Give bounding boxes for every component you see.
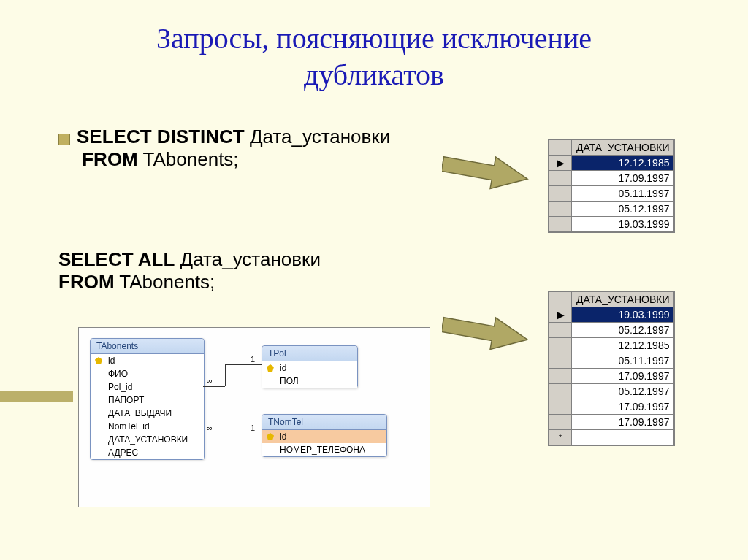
result-grid-distinct: ДАТА_УСТАНОВКИ ▶12.12.1985 17.09.1997 05… (548, 139, 675, 233)
field-id: id (262, 430, 386, 443)
title-line1: Запросы, поясняющие исключение (156, 22, 592, 55)
row-pointer-icon: ▶ (549, 156, 572, 171)
field: АДРЕС (91, 446, 204, 459)
sql-query-all: SELECT ALL Дата_установки FROM TAbonents… (58, 248, 321, 294)
field: ПОЛ (262, 375, 357, 388)
field: ПАПОРТ (91, 394, 204, 407)
field: ДАТА_ВЫДАЧИ (91, 407, 204, 420)
field-id: id (262, 361, 357, 375)
tbl-name-1: TAbonents; (138, 148, 239, 170)
svg-marker-1 (442, 314, 530, 350)
cell: 17.09.1997 (572, 171, 674, 186)
rel-line (203, 386, 225, 387)
field: ДАТА_УСТАНОВКИ (91, 433, 204, 446)
rowhead (549, 217, 572, 232)
field: НОМЕР_ТЕЛЕФОНА (262, 443, 386, 456)
table-box-tnomtel: TNomTel id НОМЕР_ТЕЛЕФОНА (262, 414, 387, 457)
svg-marker-0 (442, 153, 530, 190)
slide-title: Запросы, поясняющие исключение дубликато… (0, 0, 748, 93)
table-title: TPol (262, 346, 357, 361)
rowhead (549, 415, 572, 430)
kw-from-1: FROM (82, 148, 138, 170)
table-title: TAbonents (91, 339, 204, 354)
rowhead (549, 202, 572, 217)
arrow-icon (442, 153, 530, 190)
sql-query-distinct: SELECT DISTINCT Дата_установки FROM TAbo… (77, 126, 390, 171)
rowhead (549, 171, 572, 186)
decor-stripe (0, 391, 73, 402)
rowhead (549, 384, 572, 399)
cell: 19.03.1999 (572, 217, 674, 232)
relationship-diagram: TAbonents id ФИО Pol_id ПАПОРТ ДАТА_ВЫДА… (78, 327, 430, 507)
cell: 17.09.1997 (572, 399, 674, 415)
field: Pol_id (91, 380, 204, 394)
rel-line (225, 434, 262, 434)
rowhead (549, 399, 572, 415)
rel-line (203, 434, 225, 434)
cell: 12.12.1985 (572, 156, 674, 171)
rel-card-inf: ∞ (207, 376, 213, 385)
cell: 05.12.1997 (572, 384, 674, 399)
rowhead (549, 338, 572, 353)
arrow-icon (442, 314, 530, 350)
rowhead (549, 186, 572, 202)
cell: 05.11.1997 (572, 186, 674, 202)
rel-line (225, 364, 226, 386)
col-name-2: Дата_установки (175, 248, 321, 270)
rowhead (549, 369, 572, 384)
field: ФИО (91, 367, 204, 380)
field-id: id (91, 354, 204, 367)
title-line2: дубликатов (304, 58, 444, 91)
cell: 05.12.1997 (572, 202, 674, 217)
col-header: ДАТА_УСТАНОВКИ (572, 140, 674, 156)
table-box-tpol: TPol id ПОЛ (262, 345, 358, 388)
rowhead-corner (549, 292, 572, 307)
table-title: TNomTel (262, 415, 386, 430)
kw-select-distinct: SELECT DISTINCT (77, 126, 245, 147)
cell: 17.09.1997 (572, 415, 674, 430)
row-pointer-icon: ▶ (549, 307, 572, 323)
tbl-name-2: TAbonents; (115, 271, 215, 293)
bullet-icon (58, 134, 70, 145)
rowhead (549, 353, 572, 369)
new-row-icon: * (549, 430, 572, 445)
cell: 12.12.1985 (572, 338, 674, 353)
kw-select-all: SELECT ALL (58, 248, 175, 270)
cell: 19.03.1999 (572, 307, 674, 323)
rel-card-inf: ∞ (207, 423, 213, 432)
col-header: ДАТА_УСТАНОВКИ (572, 292, 674, 307)
field: NomTel_id (91, 420, 204, 433)
kw-from-2: FROM (58, 271, 115, 293)
rel-card-one: 1 (251, 355, 255, 364)
col-name-1: Дата_установки (245, 126, 391, 147)
cell-empty (572, 430, 674, 445)
cell: 05.11.1997 (572, 353, 674, 369)
result-grid-all: ДАТА_УСТАНОВКИ ▶19.03.1999 05.12.1997 12… (548, 291, 675, 446)
rowhead (549, 323, 572, 338)
rel-line (225, 364, 262, 365)
rowhead-corner (549, 140, 572, 156)
cell: 17.09.1997 (572, 369, 674, 384)
cell: 05.12.1997 (572, 323, 674, 338)
rel-card-one: 1 (251, 423, 255, 432)
table-box-tabonents: TAbonents id ФИО Pol_id ПАПОРТ ДАТА_ВЫДА… (90, 338, 205, 460)
